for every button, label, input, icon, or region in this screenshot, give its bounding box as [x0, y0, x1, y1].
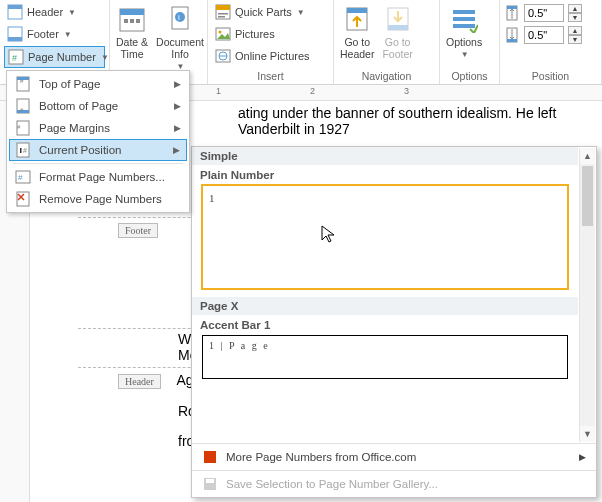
position-group-label: Position: [504, 69, 597, 84]
gallery-item-label: Plain Number: [192, 165, 578, 183]
pictures-button[interactable]: Pictures: [212, 24, 313, 44]
svg-rect-1: [8, 5, 22, 9]
menu-bottom-of-page[interactable]: # Bottom of Page ▶: [9, 95, 187, 117]
menu-label: Current Position: [39, 144, 121, 156]
chevron-down-icon: ▼: [297, 8, 305, 17]
gallery-foot-label: Save Selection to Page Number Gallery...: [226, 478, 438, 490]
page-number-menu: # Top of Page ▶ # Bottom of Page ▶ # Pag…: [6, 70, 190, 213]
svg-rect-3: [8, 37, 22, 41]
doc-text-line: ating under the banner of southern ideal…: [238, 105, 594, 137]
chevron-down-icon: ▼: [64, 30, 72, 39]
online-pictures-label: Online Pictures: [235, 50, 310, 62]
gallery-item-plain-number[interactable]: 1: [202, 185, 568, 289]
footer-from-bottom[interactable]: ▲▼: [504, 26, 582, 44]
page-number-label: Page Number: [28, 51, 96, 63]
top-of-page-icon: #: [15, 76, 31, 92]
navigation-group-label: Navigation: [338, 69, 435, 84]
online-pictures-button[interactable]: Online Pictures: [212, 46, 313, 66]
svg-text:#: #: [12, 53, 17, 63]
page-number-button[interactable]: # Page Number▼: [4, 46, 105, 68]
svg-rect-17: [218, 16, 225, 18]
svg-text:#: #: [23, 147, 27, 154]
ruler-tick: 2: [310, 86, 315, 96]
page-number-gallery: Simple Plain Number 1 Page X Accent Bar …: [191, 146, 597, 498]
svg-rect-16: [218, 13, 228, 15]
position-top-icon: [504, 5, 520, 21]
gallery-category: Page X: [192, 297, 578, 315]
options-icon: [449, 4, 479, 34]
footer-label: Footer: [27, 28, 59, 40]
document-info-button[interactable]: i Document Info▼: [154, 2, 206, 73]
scroll-down-icon[interactable]: ▼: [580, 426, 595, 442]
footer-button[interactable]: Footer▼: [4, 24, 105, 44]
document-info-icon: i: [165, 4, 195, 34]
menu-current-position[interactable]: # Current Position ▶: [9, 139, 187, 161]
submenu-arrow-icon: ▶: [579, 452, 586, 462]
svg-rect-7: [120, 9, 144, 15]
date-time-label: Date & Time: [116, 36, 148, 60]
footer-from-bottom-input[interactable]: [524, 26, 564, 44]
header-from-top[interactable]: ▲▼: [504, 4, 582, 22]
goto-header-button[interactable]: Go to Header: [338, 2, 376, 69]
scroll-thumb[interactable]: [582, 166, 593, 226]
submenu-arrow-icon: ▶: [174, 101, 181, 111]
goto-header-icon: [342, 4, 372, 34]
date-time-button[interactable]: Date & Time: [114, 2, 150, 73]
pictures-icon: [215, 26, 231, 42]
gallery-scrollbar[interactable]: ▲ ▼: [579, 148, 595, 442]
gallery-scroll-area[interactable]: Simple Plain Number 1 Page X Accent Bar …: [192, 147, 596, 443]
menu-label: Format Page Numbers...: [39, 171, 165, 183]
remove-numbers-icon: [15, 191, 31, 207]
goto-footer-label: Go to Footer: [382, 36, 412, 60]
insert-group-label: Insert: [212, 69, 329, 84]
header-tag: Header: [118, 374, 161, 389]
svg-point-19: [219, 31, 222, 34]
menu-separator: [13, 163, 183, 164]
goto-footer-icon: [383, 4, 413, 34]
gallery-foot-label: More Page Numbers from Office.com: [226, 451, 416, 463]
gallery-category: Simple: [192, 147, 578, 165]
header-label: Header: [27, 6, 63, 18]
header-button[interactable]: Header▼: [4, 2, 105, 22]
options-button[interactable]: Options▼: [444, 2, 484, 69]
page-number-icon: #: [8, 49, 24, 65]
gallery-item-accent-bar-1[interactable]: 1 | P a g e: [202, 335, 568, 379]
svg-text:#: #: [18, 173, 23, 182]
svg-rect-50: [204, 451, 216, 463]
office-icon: [202, 449, 218, 465]
svg-rect-29: [453, 24, 475, 28]
spinner[interactable]: ▲▼: [568, 26, 582, 44]
scroll-up-icon[interactable]: ▲: [580, 148, 595, 164]
gallery-more-from-office[interactable]: More Page Numbers from Office.com ▶: [192, 443, 596, 470]
menu-remove-page-numbers[interactable]: Remove Page Numbers: [9, 188, 187, 210]
spinner[interactable]: ▲▼: [568, 4, 582, 22]
svg-rect-24: [347, 8, 367, 13]
header-icon: [7, 4, 23, 20]
pictures-label: Pictures: [235, 28, 275, 40]
gallery-save-selection: Save Selection to Page Number Gallery...: [192, 470, 596, 497]
gallery-item-label: Accent Bar 1: [192, 315, 578, 333]
menu-format-page-numbers[interactable]: # Format Page Numbers...: [9, 166, 187, 188]
svg-rect-27: [453, 10, 475, 14]
footer-tag: Footer: [118, 223, 158, 238]
menu-page-margins[interactable]: # Page Margins ▶: [9, 117, 187, 139]
svg-rect-10: [136, 19, 140, 23]
menu-label: Top of Page: [39, 78, 100, 90]
quick-parts-button[interactable]: Quick Parts▼: [212, 2, 313, 22]
chevron-down-icon: ▼: [101, 53, 109, 62]
menu-label: Remove Page Numbers: [39, 193, 162, 205]
menu-label: Page Margins: [39, 122, 110, 134]
group-insert: Quick Parts▼ Pictures Online Pictures In…: [208, 0, 334, 84]
menu-label: Bottom of Page: [39, 100, 118, 112]
menu-top-of-page[interactable]: # Top of Page ▶: [9, 73, 187, 95]
header-from-top-input[interactable]: [524, 4, 564, 22]
goto-header-label: Go to Header: [340, 36, 374, 60]
options-group-label: Options: [444, 69, 495, 84]
current-position-icon: #: [15, 142, 31, 158]
group-navigation: Go to Header Go to Footer Navigation: [334, 0, 440, 84]
bottom-of-page-icon: #: [15, 98, 31, 114]
chevron-down-icon: ▼: [68, 8, 76, 17]
options-label: Options: [446, 36, 482, 48]
save-icon: [202, 476, 218, 492]
svg-rect-45: [20, 148, 22, 153]
